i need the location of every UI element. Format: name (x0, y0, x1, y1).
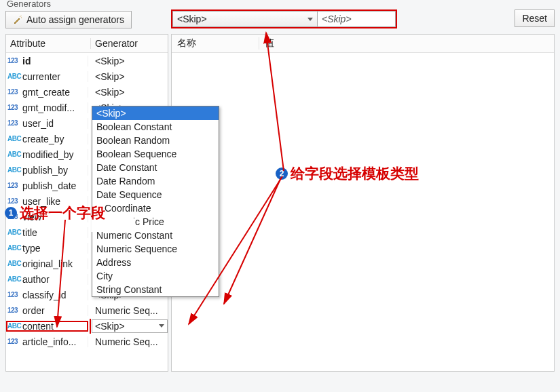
dropdown-item[interactable]: Address (92, 256, 219, 269)
dropdown-item[interactable]: Coordinate (92, 201, 219, 215)
attribute-name: article_info... (22, 336, 76, 347)
text-type-icon: ABC (7, 166, 21, 174)
col-name[interactable]: 名称 (172, 37, 259, 50)
table-row[interactable]: 123article_info...Numeric Seq... (6, 334, 168, 349)
attribute-cell[interactable]: 123publish_date (6, 180, 88, 191)
dropdown-item[interactable]: City (92, 269, 219, 283)
attribute-cell[interactable]: ABCcurrenter (6, 71, 88, 82)
generator-cell-highlight: <Skip> (91, 319, 168, 334)
numeric-type-icon: 123 (7, 182, 21, 189)
attribute-cell[interactable]: 123gmt_create (6, 87, 88, 98)
attribute-cell[interactable]: 123user_like (6, 196, 88, 207)
dropdown-item[interactable]: Boolean Constant (92, 120, 219, 134)
text-type-icon: ABC (7, 260, 21, 267)
attribute-cell[interactable]: ABCpublish_by (6, 165, 88, 176)
attribute-cell[interactable]: ABCcreate_by (6, 134, 88, 144)
attribute-name: content (22, 321, 54, 332)
attribute-cell[interactable]: 123article_info... (6, 336, 88, 347)
dropdown-item[interactable]: Date Constant (92, 161, 219, 174)
attribute-cell[interactable]: ABCcontent (6, 321, 88, 332)
table-row[interactable]: 123id<Skip> (6, 53, 168, 68)
dropdown-item[interactable]: String Constant (92, 283, 219, 296)
generator-preview: <Skip> (318, 11, 396, 27)
table-row[interactable]: ABCcurrenter<Skip> (6, 68, 168, 84)
attribute-name: classify_id (22, 290, 67, 300)
generator-type-value: <Skip> (177, 14, 207, 24)
panel-title: Generators (7, 0, 51, 9)
attribute-name: view (22, 212, 41, 222)
text-type-icon: ABC (7, 135, 21, 142)
attribute-cell[interactable]: ABCmodified_by (6, 149, 88, 160)
attribute-cell[interactable]: ABCtype (6, 243, 88, 254)
reset-label: Reset (522, 13, 547, 24)
numeric-type-icon: 123 (7, 57, 21, 64)
numeric-type-icon: 123 (7, 104, 21, 111)
chevron-down-icon (159, 324, 164, 328)
generator-value: Numeric Seq... (95, 305, 158, 316)
numeric-type-icon: 123 (7, 119, 21, 127)
attribute-cell[interactable]: 123user_id (6, 118, 88, 129)
wand-icon (13, 15, 22, 24)
text-type-icon: ABC (7, 244, 21, 252)
attribute-name: type (22, 243, 40, 254)
numeric-type-icon: 123 (7, 213, 21, 220)
attribute-cell[interactable]: ABCtitle (6, 227, 88, 238)
dropdown-item[interactable]: Numeric Price (92, 215, 219, 229)
generator-cell[interactable]: <Skip> (88, 71, 168, 82)
text-type-icon: ABC (7, 151, 21, 158)
attribute-name: modified_by (22, 149, 74, 160)
col-generator[interactable]: Generator (91, 38, 168, 49)
grid-header: Attribute Generator (6, 35, 168, 53)
generator-dropdown[interactable]: <Skip>Boolean ConstantBoolean RandomBool… (92, 106, 219, 297)
attribute-cell[interactable]: 123view (6, 212, 88, 222)
generator-value: <Skip> (95, 56, 125, 66)
col-value[interactable]: 值 (259, 37, 554, 50)
generator-cell[interactable]: Numeric Seq... (88, 336, 168, 347)
generator-cell-select[interactable]: <Skip> (92, 319, 168, 333)
dropdown-item[interactable]: Numeric Sequence (92, 242, 219, 256)
dropdown-item[interactable]: <Skip> (92, 106, 219, 120)
attribute-name: create_by (22, 134, 64, 144)
numeric-type-icon: 123 (7, 291, 21, 298)
attribute-cell[interactable]: 123id (6, 56, 88, 66)
table-row[interactable]: ABCcontent<Skip> (6, 318, 168, 334)
attribute-name: gmt_modif... (22, 102, 75, 113)
attribute-name: user_id (22, 118, 54, 129)
generator-value: <Skip> (95, 87, 125, 98)
dropdown-item[interactable]: Boolean Sequence (92, 147, 219, 161)
generator-cell[interactable]: Numeric Seq... (88, 305, 168, 316)
attribute-cell[interactable]: ABCauthor (6, 274, 88, 285)
auto-assign-button[interactable]: Auto assign generators (5, 11, 132, 28)
generator-cell[interactable]: <Skip> (88, 319, 168, 334)
generator-value: <Skip> (95, 71, 125, 82)
numeric-type-icon: 123 (7, 338, 21, 345)
attribute-name: gmt_create (22, 87, 70, 98)
reset-button[interactable]: Reset (515, 9, 555, 27)
text-type-icon: ABC (7, 275, 21, 283)
attribute-cell[interactable]: ABCoriginal_link (6, 258, 88, 269)
generator-cell[interactable]: <Skip> (88, 56, 168, 66)
dropdown-item[interactable]: Boolean Random (92, 134, 219, 147)
attribute-name: currenter (22, 71, 60, 82)
auto-assign-label: Auto assign generators (26, 14, 124, 25)
generator-type-select[interactable]: <Skip> (172, 11, 318, 27)
attribute-cell[interactable]: 123classify_id (6, 290, 88, 300)
col-attribute[interactable]: Attribute (6, 38, 91, 49)
attribute-name: publish_by (22, 165, 68, 176)
generator-value: Numeric Seq... (95, 336, 158, 347)
attribute-name: order (22, 305, 45, 316)
text-type-icon: ABC (7, 229, 21, 236)
selected-generator-area: <Skip> <Skip> (171, 9, 397, 28)
generator-cell-value: <Skip> (95, 321, 125, 332)
numeric-type-icon: 123 (7, 88, 21, 96)
table-row[interactable]: 123gmt_create<Skip> (6, 84, 168, 100)
dropdown-item[interactable]: Numeric Constant (92, 229, 219, 242)
attribute-name: user_like (22, 196, 60, 207)
dropdown-item[interactable]: Date Sequence (92, 188, 219, 201)
generator-cell[interactable]: <Skip> (88, 87, 168, 98)
attribute-cell[interactable]: 123gmt_modif... (6, 102, 88, 113)
attribute-cell[interactable]: 123order (6, 305, 88, 316)
dropdown-item[interactable]: Date Random (92, 174, 219, 188)
table-row[interactable]: 123orderNumeric Seq... (6, 302, 168, 318)
numeric-type-icon: 123 (7, 307, 21, 314)
